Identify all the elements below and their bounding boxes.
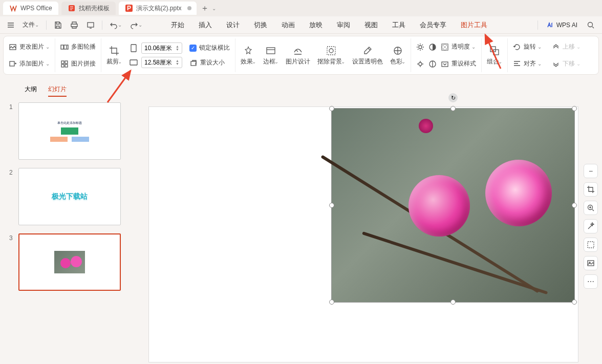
save-button[interactable] <box>51 19 65 31</box>
rotate-handle[interactable]: ↻ <box>448 93 458 102</box>
width-input[interactable]: 10.06厘米▲▼ <box>141 42 182 54</box>
select-button[interactable] <box>584 238 598 252</box>
tab-menu-dropdown[interactable]: ⌄ <box>212 6 216 11</box>
crop-button[interactable]: 裁剪⌄ <box>106 44 122 67</box>
svg-rect-6 <box>10 61 14 66</box>
tab-app[interactable]: WPS Office <box>3 2 58 15</box>
svg-point-4 <box>588 22 593 27</box>
height-input[interactable]: 12.58厘米▲▼ <box>141 57 182 68</box>
tab-docai[interactable]: 找稻壳模板 <box>61 2 116 15</box>
layer-down-icon <box>552 60 560 68</box>
resize-handle[interactable] <box>329 299 334 305</box>
tab-slides[interactable]: 幻灯片 <box>48 85 67 97</box>
menu-vip[interactable]: 会员专享 <box>414 18 453 32</box>
tab-file[interactable]: P 演示文稿(2).pptx <box>119 2 197 15</box>
pic-design-button[interactable]: 图片设计 <box>286 44 310 67</box>
menu-design[interactable]: 设计 <box>220 18 246 32</box>
menu-transition[interactable]: 切换 <box>248 18 273 32</box>
spinner-icon[interactable]: ▲▼ <box>176 59 179 66</box>
remove-bg-button[interactable]: 抠除背景⌄ <box>317 44 345 67</box>
reset-size-label: 重设大小 <box>200 58 225 67</box>
align-button[interactable]: 对齐⌄ <box>513 58 542 69</box>
slide-thumb[interactable]: 2 极光下载站 <box>9 168 131 225</box>
pic-join-label: 图片拼接 <box>71 59 96 68</box>
magic-button[interactable] <box>584 219 598 233</box>
crop-tool-button[interactable] <box>584 182 598 197</box>
rotate-icon <box>513 43 521 51</box>
new-tab-button[interactable]: ＋ <box>200 3 210 14</box>
add-picture-button[interactable]: 添加图片⌄ <box>9 58 50 69</box>
picture-join-button[interactable]: 图片拼接 <box>60 58 96 69</box>
menu-review[interactable]: 审阅 <box>331 18 356 32</box>
file-menu[interactable]: 文件⌄ <box>19 18 42 31</box>
print-button[interactable] <box>67 19 81 31</box>
zoom-out-button[interactable]: − <box>584 164 598 178</box>
lock-ratio-label: 锁定纵横比 <box>199 44 230 52</box>
slide-number: 1 <box>9 102 18 160</box>
combine-button[interactable]: 组合⌄ <box>487 44 502 67</box>
menu-view[interactable]: 视图 <box>358 18 384 32</box>
lock-ratio-checkbox[interactable]: ✓锁定纵横比 <box>189 42 230 53</box>
separator <box>46 20 47 30</box>
transparency-button[interactable]: 透明度⌄ <box>441 41 476 52</box>
hamburger-icon <box>7 22 14 29</box>
resize-handle[interactable] <box>329 203 334 208</box>
move-down-button[interactable]: 下移⌄ <box>552 58 580 69</box>
search-button[interactable] <box>584 19 598 31</box>
redo-button[interactable]: ⌄ <box>127 19 145 31</box>
resize-handle[interactable] <box>450 299 456 305</box>
move-up-button[interactable]: 上移⌄ <box>552 41 580 52</box>
reset-style-button[interactable]: 重设样式 <box>441 58 476 69</box>
tab-outline[interactable]: 大纲 <box>25 85 37 97</box>
menu-insert[interactable]: 插入 <box>192 18 218 32</box>
contrast-inc-button[interactable] <box>428 41 437 52</box>
right-toolbar: − ⋯ <box>584 164 598 289</box>
image-button[interactable] <box>584 256 598 270</box>
menu-picture-tools[interactable]: 图片工具 <box>455 18 493 32</box>
color-button[interactable]: 色彩⌄ <box>390 44 405 67</box>
resize-handle[interactable] <box>450 106 456 111</box>
multi-carousel-label: 多图轮播 <box>71 42 96 51</box>
resize-handle[interactable] <box>572 203 577 208</box>
layer-up-icon <box>552 43 560 51</box>
tab-app-label: WPS Office <box>20 5 52 12</box>
change-picture-button[interactable]: 更改图片⌄ <box>9 41 50 52</box>
menu-tools[interactable]: 工具 <box>386 18 412 32</box>
multi-carousel-button[interactable]: 多图轮播 <box>60 41 96 52</box>
contrast-dec-button[interactable] <box>428 58 437 69</box>
menu-bar: 文件⌄ ⌄ ⌄ 开始 插入 设计 切换 动画 放映 审阅 视图 工具 会员专享 … <box>0 16 602 34</box>
effect-button[interactable]: 效果⌄ <box>241 44 256 67</box>
spinner-icon[interactable]: ▲▼ <box>176 45 179 51</box>
preview-button[interactable] <box>83 19 98 31</box>
resize-handle[interactable] <box>572 106 577 111</box>
menu-show[interactable]: 放映 <box>303 18 329 32</box>
menu-start[interactable]: 开始 <box>165 18 190 32</box>
set-transparent-button[interactable]: 设置透明色 <box>352 44 383 67</box>
svg-text:P: P <box>127 5 131 12</box>
file-menu-label: 文件 <box>23 20 35 29</box>
height-icon <box>129 44 138 53</box>
design-icon <box>292 45 304 56</box>
zoom-in-button[interactable] <box>584 201 598 215</box>
more-button[interactable]: ⋯ <box>584 274 598 289</box>
presentation-icon: P <box>125 4 133 12</box>
rotate-button[interactable]: 旋转⌄ <box>513 41 542 52</box>
border-button[interactable]: 边框⌄ <box>263 44 278 67</box>
menu-animate[interactable]: 动画 <box>275 18 301 32</box>
resize-handle[interactable] <box>572 299 577 305</box>
brightness-inc-button[interactable] <box>416 41 424 52</box>
svg-rect-8 <box>64 45 67 49</box>
wps-ai-button[interactable]: WPS AI <box>542 21 582 29</box>
brightness-dec-button[interactable] <box>416 58 424 69</box>
slide-thumb[interactable]: 1 单击此处添加标题 <box>9 102 131 160</box>
slide-thumb[interactable]: 3 <box>9 233 131 291</box>
reset-size-button[interactable]: 重设大小 <box>189 57 230 68</box>
slide-canvas[interactable]: ↻ <box>148 106 578 362</box>
image-icon <box>587 259 595 267</box>
hamburger-button[interactable] <box>4 19 17 31</box>
wps-logo-icon <box>9 4 17 12</box>
separator <box>538 20 538 30</box>
resize-handle[interactable] <box>329 106 334 111</box>
selected-image[interactable]: ↻ <box>331 108 575 303</box>
undo-button[interactable]: ⌄ <box>106 19 125 31</box>
